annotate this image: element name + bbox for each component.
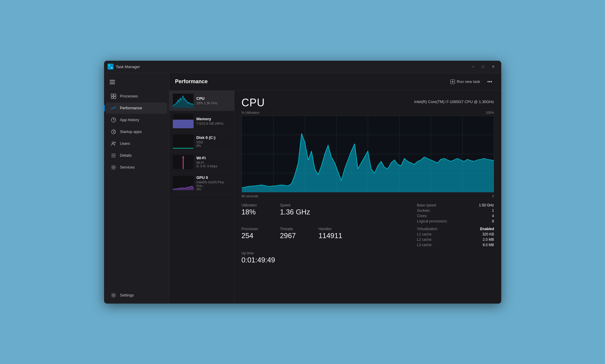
wifi-item-sub2: S: 0 R: 0 Kbps <box>197 164 231 168</box>
processes-stat-value: 254 <box>242 232 265 240</box>
svg-line-15 <box>114 132 115 133</box>
svg-marker-29 <box>182 155 184 158</box>
l2-key: L2 cache: <box>417 238 432 242</box>
uptime-block: Up time 0:01:49:49 <box>242 251 494 264</box>
l3-val: 8.0 MB <box>483 243 494 247</box>
svg-rect-2 <box>108 67 110 69</box>
svg-point-22 <box>113 166 114 168</box>
sidebar-item-settings[interactable]: Settings <box>106 290 167 301</box>
util-stat-label: Utilization <box>242 203 265 207</box>
details-icon <box>111 153 116 158</box>
task-manager-window: Task Manager ─ □ ✕ <box>104 61 501 304</box>
spec-virtualization: Virtualization: Enabled <box>417 227 494 231</box>
svg-rect-3 <box>111 67 113 69</box>
util-stat-value: 18% <box>242 208 265 216</box>
chart-time-left: 60 seconds <box>242 194 258 198</box>
more-options-button[interactable]: ••• <box>484 77 495 86</box>
settings-label: Settings <box>120 293 134 297</box>
logical-procs-val: 8 <box>492 219 494 223</box>
minimize-button[interactable]: ─ <box>469 63 478 70</box>
svg-rect-6 <box>110 84 115 84</box>
handles-block: Handles 114911 <box>319 227 342 247</box>
perf-item-gpu[interactable]: GPU 0 Intel(R) Iris(R) Plus Gra... 3% <box>169 172 234 194</box>
l1-key: L1 cache: <box>417 232 432 236</box>
svg-point-23 <box>113 294 114 296</box>
cores-key: Cores: <box>417 214 427 218</box>
main-title: Performance <box>175 78 447 85</box>
spec-l3: L3 cache: 8.0 MB <box>417 243 494 247</box>
perf-item-cpu[interactable]: CPU 18% 1.36 GHz <box>169 91 234 111</box>
disk-item-sub1: SSD <box>197 140 231 144</box>
spec-sockets: Sockets: 1 <box>417 209 494 213</box>
sidebar-item-services[interactable]: Services <box>106 162 167 173</box>
threads-block: Threads 2967 <box>280 227 304 247</box>
uptime-section: Up time 0:01:49:49 <box>242 251 494 264</box>
gpu-item-name: GPU 0 <box>197 175 231 180</box>
sidebar-item-performance[interactable]: Performance <box>106 102 167 114</box>
sidebar-item-startup-apps[interactable]: Startup apps <box>106 126 167 137</box>
perf-item-wifi[interactable]: Wi-Fi Wi-Fi S: 0 R: 0 Kbps <box>169 152 234 172</box>
handles-stat-value: 114911 <box>319 232 342 240</box>
svg-point-18 <box>114 142 116 143</box>
disk-item-info: Disk 0 (C:) SSD 0% <box>197 135 231 147</box>
maximize-button[interactable]: □ <box>479 63 488 70</box>
titlebar: Task Manager ─ □ ✕ <box>104 61 501 73</box>
sidebar-item-users[interactable]: Users <box>106 138 167 149</box>
svg-rect-1 <box>111 65 113 66</box>
speed-stat-label: Speed <box>280 203 310 207</box>
performance-icon <box>111 105 116 111</box>
app-history-icon <box>111 117 116 123</box>
close-button[interactable]: ✕ <box>489 63 498 70</box>
hamburger-button[interactable] <box>108 77 117 87</box>
spec-base-speed: Base speed: 1.50 GHz <box>417 203 494 207</box>
memory-item-name: Memory <box>197 117 231 121</box>
cores-val: 4 <box>492 214 494 218</box>
perf-item-disk[interactable]: Disk 0 (C:) SSD 0% <box>169 132 234 152</box>
main-header: Performance Run new task ••• <box>169 73 501 91</box>
threads-stat-value: 2967 <box>280 232 304 240</box>
l1-val: 320 KB <box>482 232 494 236</box>
perf-item-memory[interactable]: Memory 7.6/15.6 GB (49%) <box>169 111 234 132</box>
svg-rect-10 <box>114 97 116 99</box>
svg-marker-27 <box>173 96 194 108</box>
uptime-label: Up time <box>242 251 494 255</box>
performance-label: Performance <box>120 106 142 110</box>
services-icon <box>111 164 116 170</box>
gpu-item-info: GPU 0 Intel(R) Iris(R) Plus Gra... 3% <box>197 175 231 191</box>
wifi-item-name: Wi-Fi <box>197 156 231 160</box>
settings-icon <box>111 292 116 298</box>
chart-max: 100% <box>486 111 494 114</box>
speed-stat-value: 1.36 GHz <box>280 208 310 216</box>
svg-point-17 <box>112 142 114 144</box>
cpu-item-sub: 18% 1.36 GHz <box>197 101 231 105</box>
spec-l2: L2 cache: 2.0 MB <box>417 238 494 242</box>
services-label: Services <box>120 165 135 169</box>
cpu-chart <box>242 116 494 193</box>
memory-mini-thumb <box>173 114 194 128</box>
window-controls: ─ □ ✕ <box>469 63 498 70</box>
gpu-item-sub1: Intel(R) Iris(R) Plus Gra... <box>197 180 231 187</box>
sidebar-item-details[interactable]: Details <box>106 150 167 161</box>
logical-procs-key: Logical processors: <box>417 219 448 223</box>
spec-logical-procs: Logical processors: 8 <box>417 219 494 223</box>
wifi-item-sub1: Wi-Fi <box>197 161 231 164</box>
handles-stat-label: Handles <box>319 227 342 231</box>
disk-item-name: Disk 0 (C:) <box>197 135 231 140</box>
wifi-mini-thumb <box>173 155 194 169</box>
l2-val: 2.0 MB <box>483 238 494 242</box>
sidebar-item-processes[interactable]: Processes <box>106 91 167 102</box>
cpu-specs-table2: Virtualization: Enabled L1 cache: 320 KB… <box>417 227 494 247</box>
utilization-block: Utilization 18% <box>242 203 265 223</box>
processes-block: Processes 254 <box>242 227 265 247</box>
startup-icon <box>111 129 116 135</box>
perf-sidebar: CPU 18% 1.36 GHz Memory 7.6/15.6 GB (49%… <box>169 91 234 304</box>
svg-line-14 <box>114 130 115 131</box>
svg-rect-5 <box>110 82 115 82</box>
run-new-task-button[interactable]: Run new task <box>447 78 483 86</box>
svg-rect-8 <box>114 94 116 96</box>
chart-x-labels: 60 seconds 0 <box>242 194 494 202</box>
cpu-detail-panel: CPU Intel(R) Core(TM) i7-1065G7 CPU @ 1.… <box>234 91 501 304</box>
run-task-icon <box>450 79 455 84</box>
sidebar-item-app-history[interactable]: App history <box>106 114 167 126</box>
gpu-mini-thumb <box>173 176 194 190</box>
